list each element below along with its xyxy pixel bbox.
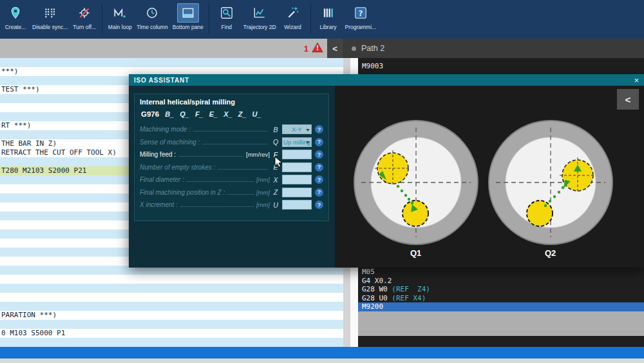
editor-line[interactable] (0, 338, 343, 347)
magnifier-icon (216, 3, 238, 23)
dotted-leader (193, 125, 267, 132)
path-bullet-icon (352, 46, 356, 51)
parameter-label: Number of empty strokes : (140, 164, 215, 171)
help-button[interactable]: ? (315, 175, 323, 184)
toolbar-button-wizard[interactable]: Wizard (279, 3, 307, 31)
collapsed-block[interactable] (358, 311, 644, 336)
editor-line[interactable] (0, 293, 343, 302)
editor-line[interactable] (0, 320, 343, 329)
dotted-leader (178, 150, 243, 157)
toolbar-button-label: Main loop (108, 24, 132, 30)
iso-assistant-dialog: ISO ASSISTANT × Internal helical/spiral … (129, 74, 644, 268)
parameter-row-e: Number of empty strokes :E? (140, 161, 323, 174)
toolbar-button-disable-sync[interactable]: Disable sync... (30, 3, 70, 31)
editor-line[interactable] (0, 58, 343, 67)
gcode-param: F_ (195, 110, 204, 118)
parameter-row-u: X increment :[mm]U? (140, 199, 323, 211)
parameter-label: X increment : (140, 201, 178, 208)
bottom-scrollbar[interactable] (0, 347, 644, 358)
parameter-letter: B (272, 126, 279, 133)
parameter-dropdown-q[interactable]: Up milling (282, 137, 312, 147)
gcode-name: G976 (141, 110, 159, 118)
application-window: Create...Disable sync...Turn off...Main … (0, 0, 644, 363)
toolbar-button-time-column[interactable]: Time column (135, 3, 169, 31)
quadrant-label-q2: Q2 (545, 248, 556, 258)
svg-text:!: ! (316, 44, 319, 52)
toolbar-button-label: Wizard (284, 24, 301, 30)
editor-line[interactable]: PARATION ***) (0, 311, 343, 320)
code-line[interactable]: G28 U0 (REF X4) (358, 294, 644, 303)
help-button[interactable]: ? (315, 201, 323, 209)
dotted-leader (180, 201, 254, 207)
bottom-strip (0, 358, 644, 363)
dialog-body: Internal helical/spiral milling G976 B_Q… (129, 86, 644, 268)
dialog-title-bar[interactable]: ISO ASSISTANT × (129, 74, 644, 86)
code-line[interactable]: G4 X0.2 (358, 277, 644, 286)
help-button[interactable]: ? (315, 188, 323, 197)
dropdown-value: X-Y (292, 126, 302, 133)
code-comment: (REF Z4) (392, 285, 430, 293)
help-button[interactable]: ? (315, 163, 323, 172)
dotted-leader (202, 138, 267, 144)
code-line[interactable]: M05 (358, 268, 644, 277)
toolbar-button-turn-off[interactable]: Turn off... (70, 3, 99, 31)
code-line[interactable]: M9200 (358, 302, 644, 311)
parameter-input-z[interactable] (282, 188, 312, 197)
parameter-input-f[interactable] (282, 150, 312, 159)
help-button[interactable]: ? (315, 150, 323, 159)
code-text: G28 U0 (362, 294, 392, 302)
parameter-unit: [mm] (256, 176, 270, 183)
toolbar-button-label: Disable sync... (32, 24, 68, 30)
help-button[interactable]: ? (315, 138, 323, 146)
diagram-prev-button[interactable]: < (617, 89, 639, 110)
toolbar-button-create[interactable]: Create... (1, 3, 30, 31)
cycle-parameters-panel: Internal helical/spiral milling G976 B_Q… (134, 93, 329, 221)
toolbar-button-label: Create... (5, 24, 26, 30)
parameter-unit: [mm/rev] (246, 151, 270, 158)
collapse-left-pane-button[interactable]: < (327, 39, 343, 58)
help-button[interactable]: ? (315, 125, 323, 133)
svg-text:?: ? (358, 9, 363, 18)
help-icon: ? (350, 3, 372, 23)
code-line[interactable]: G28 W0 (REF Z4) (358, 285, 644, 294)
dotted-leader (227, 188, 254, 195)
toolbar-button-programmi[interactable]: ?Programmi... (343, 3, 379, 31)
gcode-param: X_ (223, 110, 232, 118)
main-toolbar: Create...Disable sync...Turn off...Main … (0, 0, 644, 39)
parameter-letter: X (272, 176, 279, 184)
chevron-left-icon: < (625, 94, 631, 105)
toolbar-separator (209, 4, 209, 34)
gcode-param: E_ (209, 110, 218, 118)
milling-diagram (335, 86, 644, 268)
code-line[interactable]: M9003 (358, 58, 644, 70)
toolbar-button-trajectory-2d[interactable]: Trajectory 2D (242, 3, 278, 31)
code-text: G28 W0 (362, 285, 392, 293)
parameter-label: Sense of machining : (140, 139, 200, 146)
parameter-label: Final machining position in Z : (140, 189, 225, 196)
editor-line[interactable] (0, 284, 343, 293)
wand-icon (282, 3, 304, 23)
clock-icon (141, 3, 163, 23)
loop-icon (109, 3, 131, 23)
toolbar-button-bottom-pane[interactable]: Bottom pane (171, 3, 205, 31)
parameter-row-f: Milling feed :[mm/rev]F? (140, 148, 323, 161)
editor-line[interactable]: 0 M103 S5000 P1 (0, 329, 343, 338)
toolbar-button-library[interactable]: Library (314, 3, 343, 31)
gcode-param: Z_ (238, 110, 247, 118)
warning-icon[interactable]: ! (312, 42, 323, 55)
toolbar-button-main-loop[interactable]: Main loop (106, 3, 134, 31)
dialog-form-area: Internal helical/spiral milling G976 B_Q… (129, 86, 335, 268)
dialog-title: ISO ASSISTANT (134, 77, 189, 84)
parameter-input-e[interactable] (282, 162, 312, 172)
path-label: Path 2 (361, 44, 384, 53)
editor-line[interactable] (0, 275, 343, 284)
mouse-cursor (274, 156, 283, 172)
parameter-input-x[interactable] (282, 175, 312, 184)
parameter-input-u[interactable] (282, 200, 312, 210)
parameter-dropdown-b[interactable]: X-Y (282, 124, 312, 134)
chevron-left-icon: < (332, 44, 337, 54)
editor-line[interactable] (0, 302, 343, 311)
toolbar-separator (102, 4, 102, 34)
close-icon[interactable]: × (634, 76, 639, 84)
toolbar-button-find[interactable]: Find (213, 3, 241, 31)
